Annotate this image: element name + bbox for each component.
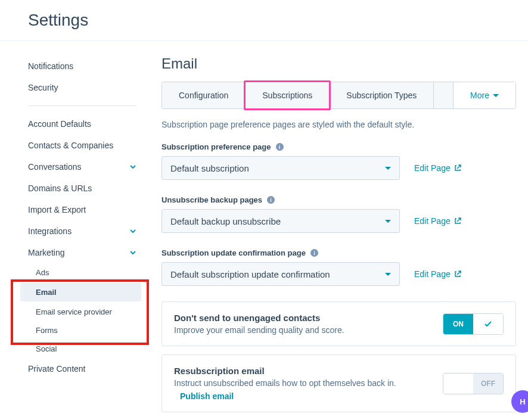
sidebar-item-label: Domains & URLs [28, 183, 92, 193]
card-title: Resubscription email [174, 366, 396, 376]
select-unsubscribe-backup[interactable]: Default backup unsubscribe [161, 209, 400, 233]
toggle-off-label: OFF [473, 374, 503, 394]
sidebar-item-label: Integrations [28, 226, 72, 236]
chevron-down-icon [129, 249, 136, 256]
card-title: Don't send to unengaged contacts [174, 313, 344, 323]
chevron-down-icon [129, 163, 136, 170]
edit-page-link[interactable]: Edit Page [414, 216, 461, 226]
sidebar-item-import-export[interactable]: Import & Export [18, 199, 147, 220]
select-subscription-preference[interactable]: Default subscription [161, 156, 400, 180]
caret-down-icon [493, 94, 499, 97]
tab-more-label: More [470, 91, 489, 100]
sidebar-item-contacts-companies[interactable]: Contacts & Companies [18, 135, 147, 156]
sidebar-item-private-content[interactable]: Private Content [18, 358, 147, 379]
main-panel: Email Configuration Subscriptions Subscr… [147, 47, 528, 420]
field-label-unsubscribe-backup: Unsubscribe backup pages i [161, 195, 516, 204]
card-unengaged-contacts: Don't send to unengaged contacts Improve… [161, 301, 516, 346]
info-icon[interactable]: i [276, 143, 284, 151]
select-value: Default backup unsubscribe [170, 216, 281, 226]
caret-down-icon [385, 220, 391, 223]
sidebar-item-label: Marketing [28, 248, 64, 257]
card-text: Resubscription email Instruct unsubscrib… [174, 366, 396, 401]
sidebar-item-account-defaults[interactable]: Account Defaults [18, 113, 147, 135]
layout-container: Notifications Security Account Defaults … [0, 41, 528, 420]
sidebar-item-label: Import & Export [28, 205, 86, 214]
toggle-on-label: ON [443, 314, 473, 334]
caret-down-icon [385, 273, 391, 276]
edit-page-link[interactable]: Edit Page [414, 163, 461, 173]
sidebar-item-label: Private Content [28, 364, 86, 374]
info-icon[interactable]: i [267, 196, 275, 204]
card-resubscription-email: Resubscription email Instruct unsubscrib… [161, 354, 516, 412]
tab-subscriptions[interactable]: Subscriptions [246, 82, 330, 108]
select-subscription-update[interactable]: Default subscription update confirmation [161, 262, 400, 286]
select-value: Default subscription [170, 163, 249, 173]
settings-sidebar: Notifications Security Account Defaults … [0, 47, 147, 420]
sidebar-item-label: Notifications [28, 61, 73, 71]
external-link-icon [454, 270, 461, 278]
field-row: Default subscription update confirmation… [161, 262, 516, 286]
field-label-text: Subscription preference page [161, 142, 271, 151]
sidebar-item-conversations[interactable]: Conversations [18, 156, 147, 178]
field-label-subscription-preference: Subscription preference page i [161, 142, 516, 151]
toggle-empty [443, 374, 473, 394]
card-text: Don't send to unengaged contacts Improve… [174, 313, 344, 335]
tab-configuration[interactable]: Configuration [162, 82, 246, 108]
field-label-subscription-update: Subscription update confirmation page i [161, 248, 516, 257]
sidebar-item-domains-urls[interactable]: Domains & URLs [18, 178, 147, 199]
sidebar-subitem-ads[interactable]: Ads [18, 263, 147, 282]
sidebar-divider [28, 105, 136, 106]
edit-page-link[interactable]: Edit Page [414, 269, 461, 279]
check-icon [473, 314, 503, 334]
tab-more[interactable]: More [453, 82, 515, 108]
info-icon[interactable]: i [310, 249, 318, 257]
select-value: Default subscription update confirmation [170, 269, 330, 279]
field-row: Default backup unsubscribe Edit Page [161, 209, 516, 233]
page-title: Settings [0, 0, 528, 41]
tab-bar: Configuration Subscriptions Subscription… [161, 82, 516, 109]
external-link-icon [454, 164, 461, 172]
tab-subscription-types[interactable]: Subscription Types [330, 82, 434, 108]
sidebar-subitem-forms[interactable]: Forms [18, 321, 147, 340]
link-text: Edit Page [414, 269, 451, 279]
publish-email-link[interactable]: Publish email [180, 391, 396, 401]
field-row: Default subscription Edit Page [161, 156, 516, 180]
sidebar-item-notifications[interactable]: Notifications [18, 55, 147, 77]
sidebar-item-label: Conversations [28, 162, 82, 172]
link-text: Edit Page [414, 163, 451, 173]
field-label-text: Subscription update confirmation page [161, 248, 306, 257]
sidebar-subitem-social[interactable]: Social [18, 340, 147, 358]
chevron-down-icon [129, 228, 136, 235]
card-subtitle: Improve your email sending quality and s… [174, 325, 344, 335]
toggle-unengaged[interactable]: ON [443, 313, 504, 335]
sidebar-item-label: Contacts & Companies [28, 141, 113, 150]
card-subtitle: Instruct unsubscribed emails how to opt … [174, 378, 396, 388]
sidebar-subitem-email[interactable]: Email [20, 283, 141, 301]
caret-down-icon [385, 167, 391, 170]
link-text: Edit Page [414, 216, 451, 226]
sidebar-item-integrations[interactable]: Integrations [18, 220, 147, 242]
sidebar-item-security[interactable]: Security [18, 77, 147, 98]
section-description: Subscription page preference pages are s… [161, 120, 516, 129]
sidebar-item-label: Account Defaults [28, 119, 91, 129]
sidebar-subitem-email-service-provider[interactable]: Email service provider [18, 303, 147, 321]
sidebar-item-label: Security [28, 83, 58, 92]
field-label-text: Unsubscribe backup pages [161, 195, 262, 204]
toggle-resubscription[interactable]: OFF [443, 373, 504, 394]
section-title: Email [161, 55, 516, 72]
external-link-icon [454, 217, 461, 225]
sidebar-item-marketing[interactable]: Marketing [18, 242, 147, 263]
